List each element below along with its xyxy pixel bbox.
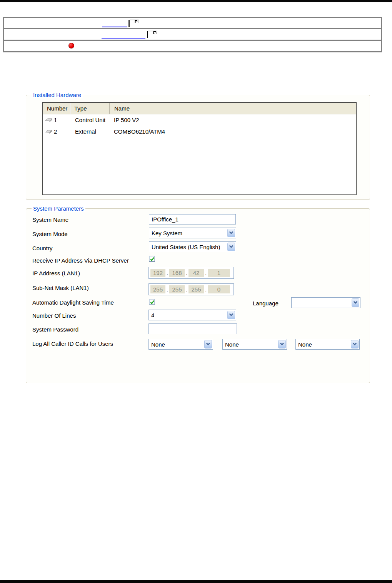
subnet-octet: 255 — [150, 285, 165, 293]
country-value: United States (US English) — [150, 244, 220, 250]
language-select[interactable] — [291, 297, 360, 308]
nav-link-1[interactable] — [102, 27, 127, 27]
chevron-down-icon[interactable] — [227, 243, 235, 251]
adst-label: Automatic Daylight Saving Time — [32, 299, 114, 306]
nav-divider — [4, 28, 381, 29]
octet-separator: . — [165, 270, 169, 276]
octet-separator: . — [204, 286, 208, 293]
subnet-mask-field: 255 . 255 . 255 . 0 — [148, 283, 234, 295]
nav-link-2[interactable] — [102, 38, 145, 39]
checkmark-icon — [150, 300, 155, 305]
ip-octet: 168 — [169, 269, 185, 277]
country-select[interactable]: United States (US English) — [149, 241, 236, 252]
subnet-mask-label: Sub-Net Mask (LAN1) — [32, 285, 89, 291]
log-caller-id-value-1: None — [150, 341, 165, 348]
installed-hardware-table-header: Number Type Name — [43, 103, 356, 114]
system-mode-select[interactable]: Key System — [149, 228, 236, 238]
device-unit-icon — [45, 126, 53, 138]
log-caller-id-select-1[interactable]: None — [148, 339, 213, 350]
cell-number: 1 — [54, 114, 57, 126]
number-of-lines-select[interactable]: 4 — [148, 310, 236, 320]
system-password-input[interactable] — [148, 323, 237, 334]
log-caller-id-select-2[interactable]: None — [222, 339, 287, 350]
chevron-down-icon[interactable] — [351, 340, 359, 348]
number-of-lines-label: Number Of Lines — [32, 312, 76, 319]
nav-rows-box — [3, 17, 382, 52]
nav-divider — [4, 40, 381, 41]
table-row[interactable]: 2 External COMBO6210/ATM4 — [43, 126, 356, 137]
language-label: Language — [253, 300, 279, 307]
system-mode-label: System Mode — [32, 231, 68, 237]
octet-separator: . — [185, 270, 188, 276]
chevron-down-icon[interactable] — [204, 340, 212, 348]
system-parameters-groupbox: System Parameters System Name System Mod… — [26, 208, 370, 383]
chevron-down-icon[interactable] — [278, 340, 286, 348]
table-row[interactable]: 1 Control Unit IP 500 V2 — [43, 114, 356, 126]
ip-octet: 42 — [188, 269, 204, 277]
log-caller-id-value-3: None — [297, 341, 312, 348]
document-page: Installed Hardware Number Type Name 1 Co… — [0, 0, 392, 583]
installed-hardware-groupbox: Installed Hardware Number Type Name 1 Co… — [26, 95, 370, 200]
subnet-octet: 0 — [208, 285, 230, 293]
subnet-octet: 255 — [169, 285, 185, 293]
checkmark-icon — [150, 256, 155, 261]
octet-separator: . — [165, 286, 169, 293]
adst-checkbox[interactable] — [149, 299, 155, 305]
cell-type: Control Unit — [75, 114, 105, 126]
system-mode-value: Key System — [150, 230, 182, 236]
ip-address-label: IP Address (LAN1) — [32, 270, 80, 276]
log-caller-id-value-2: None — [224, 341, 239, 348]
dhcp-checkbox[interactable] — [149, 256, 155, 262]
number-of-lines-value: 4 — [150, 312, 154, 318]
system-password-label: System Password — [32, 326, 78, 333]
cell-type: External — [75, 126, 96, 137]
bottom-rule-bar — [0, 580, 392, 583]
chevron-down-icon[interactable] — [352, 298, 359, 307]
octet-separator: . — [185, 286, 188, 293]
red-bullet-icon — [68, 43, 74, 49]
country-label: Country — [32, 245, 53, 251]
broken-image-icon — [128, 19, 139, 28]
column-header-type[interactable]: Type — [70, 103, 110, 114]
chevron-down-icon[interactable] — [227, 311, 235, 319]
column-header-number[interactable]: Number — [43, 103, 70, 114]
top-rule-bar — [0, 0, 392, 2]
system-name-input[interactable] — [149, 214, 236, 224]
ip-octet: 1 — [208, 269, 230, 277]
log-caller-id-select-3[interactable]: None — [295, 339, 360, 350]
device-unit-icon — [45, 115, 53, 126]
octet-separator: . — [204, 270, 208, 276]
dhcp-label: Receive IP Address Via DHCP Server — [32, 257, 129, 264]
broken-image-icon — [147, 30, 157, 40]
installed-hardware-title: Installed Hardware — [32, 92, 83, 98]
cell-name: COMBO6210/ATM4 — [114, 126, 165, 137]
cell-name: IP 500 V2 — [114, 114, 139, 126]
log-caller-id-label: Log All Caller ID Calls for Users — [32, 340, 113, 347]
cell-number: 2 — [54, 126, 57, 137]
installed-hardware-table: Number Type Name 1 Control Unit IP 500 V… — [42, 102, 357, 195]
ip-octet: 192 — [150, 269, 165, 277]
system-name-label: System Name — [32, 216, 68, 223]
ip-address-field: 192 . 168 . 42 . 1 — [148, 267, 234, 279]
chevron-down-icon[interactable] — [227, 229, 235, 237]
column-header-name[interactable]: Name — [110, 103, 356, 114]
system-parameters-title: System Parameters — [32, 205, 85, 212]
subnet-octet: 255 — [188, 285, 204, 293]
